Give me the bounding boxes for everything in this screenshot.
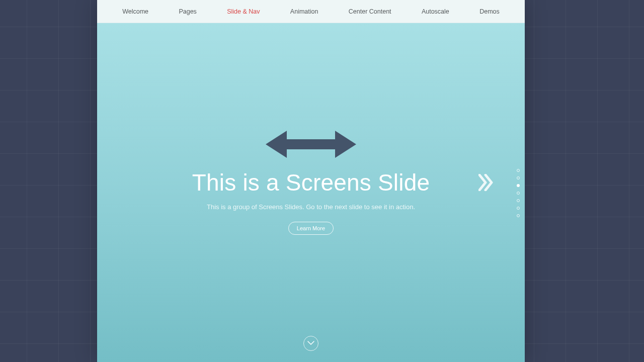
nav-item-pages[interactable]: Pages [179, 8, 196, 15]
double-arrow-icon [266, 129, 356, 160]
chevron-double-right-icon [478, 174, 494, 191]
svg-marker-0 [266, 131, 356, 158]
learn-more-button[interactable]: Learn More [288, 222, 334, 235]
next-slide-button[interactable] [478, 174, 494, 191]
slide-area: This is a Screens Slide This is a group … [97, 23, 525, 362]
scroll-down-button[interactable] [303, 336, 318, 351]
pager-dot[interactable] [517, 199, 520, 202]
pager-dot[interactable] [517, 214, 520, 217]
nav-item-autoscale[interactable]: Autoscale [422, 8, 449, 15]
pager-dot[interactable] [517, 207, 520, 210]
nav-item-demos[interactable]: Demos [479, 8, 500, 15]
slide-pager [517, 169, 520, 217]
slide-title: This is a Screens Slide [192, 169, 430, 196]
nav-item-welcome[interactable]: Welcome [122, 8, 148, 15]
nav-item-animation[interactable]: Animation [290, 8, 318, 15]
pager-dot[interactable] [517, 192, 520, 195]
pager-dot[interactable] [517, 169, 520, 172]
pager-dot[interactable] [517, 184, 520, 187]
slide-subtitle: This is a group of Screens Slides. Go to… [207, 203, 415, 211]
pager-dot[interactable] [517, 176, 520, 179]
nav-item-center-content[interactable]: Center Content [349, 8, 391, 15]
top-nav: Welcome Pages Slide & Nav Animation Cent… [97, 0, 525, 23]
chevron-down-icon [307, 341, 314, 346]
nav-item-slide-nav[interactable]: Slide & Nav [227, 8, 260, 15]
app-panel: Welcome Pages Slide & Nav Animation Cent… [97, 0, 525, 362]
